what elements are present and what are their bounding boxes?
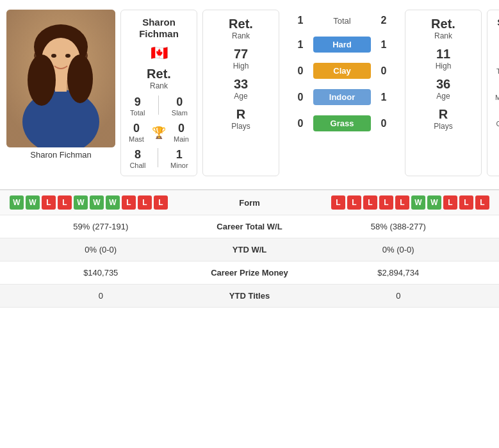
player2-form: LLLLLWWLLL: [282, 195, 490, 210]
form-badge: L: [331, 195, 345, 210]
hard-row: 1 Hard 1: [284, 31, 400, 58]
stat-label: YTD W/L: [192, 245, 307, 254]
form-badge: W: [10, 195, 24, 210]
p2-clay: 0: [371, 65, 397, 77]
stat-p1-value: $140,735: [10, 268, 192, 278]
bottom-section: WWLLWWWLLL Form LLLLLWWLLL 59% (277-191)…: [0, 189, 499, 308]
form-badge: W: [427, 195, 441, 210]
stats-row: 0% (0-0) YTD W/L 0% (0-0): [0, 238, 499, 261]
player2-chall-minor: 4 Chall 0 Minor: [491, 106, 499, 128]
divider: [158, 95, 159, 115]
grass-badge-container: Grass: [313, 115, 371, 131]
p1-age-stat: 33 Age: [234, 77, 248, 101]
player1-minor: 1 Minor: [170, 148, 188, 169]
form-badge: L: [347, 195, 361, 210]
p1-indoor: 0: [288, 92, 313, 103]
svg-point-8: [65, 54, 70, 58]
form-badge: W: [411, 195, 425, 210]
p1-plays-stat: R Plays: [231, 107, 250, 131]
player1-mast-main: 0 Mast 🏆 0 Main: [125, 122, 193, 143]
main-container: Sharon Fichman Sharon Fichman 🇨🇦 Ret. Ra…: [0, 0, 499, 308]
stats-container: 59% (277-191) Career Total W/L 58% (388-…: [0, 215, 499, 308]
p2-indoor: 1: [371, 92, 397, 103]
player1-total-slam: 9 Total 0 Slam: [125, 95, 193, 117]
svg-point-7: [51, 54, 56, 58]
indoor-row: 0 Indoor 1: [284, 84, 400, 110]
player2-chall: 4 Chall: [496, 106, 499, 128]
comparison-section: Sharon Fichman Sharon Fichman 🇨🇦 Ret. Ra…: [0, 0, 499, 186]
p1-rank-stat: Ret. Rank: [229, 17, 253, 40]
p1-total: 1: [288, 15, 313, 26]
form-badge: W: [106, 195, 120, 210]
hard-badge-container: Hard: [313, 37, 371, 53]
p2-high-label: High: [436, 62, 452, 71]
p2-rank-value: Ret.: [431, 17, 455, 31]
p1-grass: 0: [288, 118, 313, 129]
player1-rank-value: Ret.: [147, 67, 171, 81]
clay-badge: Clay: [313, 63, 371, 79]
form-badge: L: [58, 195, 72, 210]
stat-p2-value: 0% (0-0): [307, 245, 490, 254]
p2-high: 11 High: [436, 47, 452, 71]
p2-plays: R Plays: [434, 107, 452, 131]
form-row: WWLLWWWLLL Form LLLLLWWLLL: [0, 190, 499, 215]
p1-center-stats-card: Ret. Rank 77 High 33 Age R Plays: [202, 10, 279, 176]
svg-point-12: [67, 54, 93, 103]
p2-age-value: 36: [436, 77, 450, 92]
player1-card: Sharon Fichman 🇨🇦 Ret. Rank 9 Total 0 Sl…: [120, 10, 197, 176]
form-badge: W: [90, 195, 104, 210]
indoor-badge: Indoor: [313, 89, 371, 105]
stat-label: YTD Titles: [192, 291, 307, 301]
divider2: [158, 148, 158, 167]
p2-hard: 1: [371, 39, 397, 51]
total-row: 1 Total 2: [284, 10, 400, 31]
clay-row: 0 Clay 0: [284, 58, 400, 84]
stat-p2-value: 58% (388-277): [307, 222, 490, 231]
stats-row: 59% (277-191) Career Total W/L 58% (388-…: [0, 215, 499, 238]
form-label: Form: [218, 198, 282, 208]
form-badge: L: [122, 195, 136, 210]
form-badge: L: [475, 195, 489, 210]
p2-rank: Ret. Rank: [431, 17, 455, 40]
player1-total: 9 Total: [130, 95, 145, 117]
player1-form: WWLLWWWLLL: [10, 195, 218, 210]
form-badge: L: [154, 195, 168, 210]
hard-badge: Hard: [313, 37, 371, 53]
indoor-badge-container: Indoor: [313, 89, 371, 105]
stat-p1-value: 0: [10, 291, 192, 301]
p2-plays-value: R: [439, 107, 448, 122]
stat-p1-value: 0% (0-0): [10, 245, 192, 254]
form-badge: L: [379, 195, 393, 210]
form-badge: L: [443, 195, 457, 210]
player2-total: 9 Total: [496, 54, 499, 75]
player1-flag: 🇨🇦: [151, 45, 168, 62]
clay-badge-container: Clay: [313, 63, 371, 79]
stat-p1-value: 59% (277-191): [10, 222, 192, 231]
player2-total-slam: 9 Total 0 Slam: [491, 54, 499, 75]
player1-rank: Ret. Rank: [147, 67, 171, 90]
form-badge: W: [74, 195, 88, 210]
player1-chall-minor: 8 Chall 1 Minor: [125, 148, 193, 169]
stat-label: Career Prize Money: [192, 268, 307, 278]
svg-point-11: [28, 54, 56, 106]
p2-high-value: 11: [436, 47, 450, 62]
form-badge: L: [395, 195, 409, 210]
player2-mast-main: 0 Mast 🏆 5 Main: [491, 80, 499, 101]
surface-section: 1 Total 2 1 Hard 1 0 Clay 0: [284, 10, 400, 176]
player1-chall: 8 Chall: [129, 148, 145, 169]
stats-row: $140,735 Career Prize Money $2,894,734: [0, 261, 499, 285]
player1-trophy-icon: 🏆: [152, 126, 166, 140]
stat-p2-value: $2,894,734: [307, 268, 490, 278]
player2-mast: 0 Mast: [495, 80, 499, 101]
form-badge: L: [42, 195, 56, 210]
player1-slam: 0 Slam: [172, 95, 188, 117]
p1-high-stat: 77 High: [233, 47, 249, 71]
form-badge: L: [363, 195, 377, 210]
player1-name: Sharon Fichman: [139, 17, 179, 40]
total-label: Total: [313, 16, 371, 26]
svg-rect-10: [55, 79, 67, 92]
player1-rank-label: Rank: [150, 81, 168, 90]
form-badge: L: [138, 195, 152, 210]
player1-mast: 0 Mast: [129, 122, 144, 143]
form-badge: L: [459, 195, 473, 210]
